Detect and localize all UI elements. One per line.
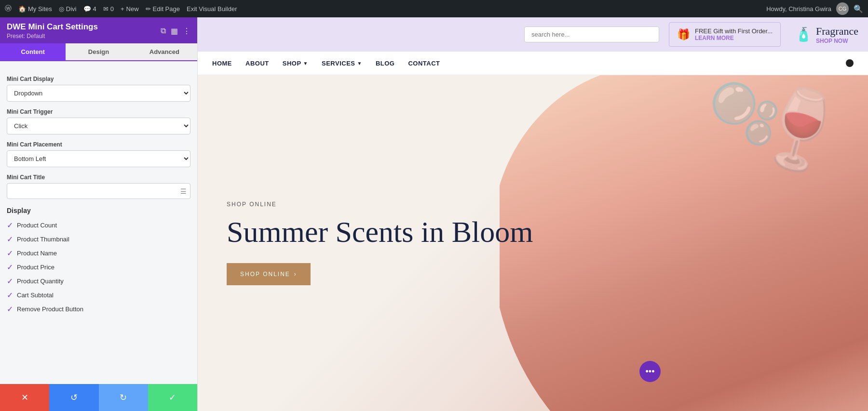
sidebar-tabs: Content Design Advanced <box>0 43 197 61</box>
nav-services[interactable]: SERVICES ▼ <box>322 60 362 67</box>
hero-content: SHOP ONLINE Summer Scents in Bloom SHOP … <box>198 182 562 304</box>
promo-learn-more[interactable]: LEARN MORE <box>695 35 773 41</box>
redo-button[interactable]: ↻ <box>99 384 148 411</box>
sidebar-header-icons: ⧉ ▦ ⋮ <box>161 27 190 36</box>
admin-bar: ⓦ 🏠 My Sites ◎ Divi 💬 4 ✉ 0 + New ✏ Edit… <box>0 0 868 17</box>
sidebar: DWE Mini Cart Settings Preset: Default ⧉… <box>0 17 198 411</box>
mini-cart-placement-label: Mini Cart Placement <box>7 141 190 148</box>
label-product-quantity: Product Quantity <box>17 278 64 285</box>
nav-links: HOME ABOUT SHOP ▼ SERVICES ▼ BLOG CONTAC… <box>212 60 440 67</box>
label-cart-subtotal: Cart Subtotal <box>17 292 54 299</box>
home-icon: 🏠 <box>18 5 26 13</box>
display-item-product-name: ✓ Product Name <box>7 246 190 260</box>
search-input[interactable] <box>524 27 659 42</box>
promo-text: FREE Gift with First Order... <box>695 27 773 35</box>
fragrance-shop-now[interactable]: SHOP NOW <box>816 38 858 44</box>
mini-cart-title-wrap: ☰ <box>7 183 190 199</box>
site-nav: HOME ABOUT SHOP ▼ SERVICES ▼ BLOG CONTAC… <box>198 52 868 75</box>
label-product-price: Product Price <box>17 264 54 271</box>
shop-online-button[interactable]: SHOP ONLINE › <box>227 263 311 285</box>
sidebar-title: DWE Mini Cart Settings <box>7 22 98 32</box>
display-item-product-count: ✓ Product Count <box>7 218 190 232</box>
mini-cart-display-label: Mini Cart Display <box>7 76 190 82</box>
label-product-name: Product Name <box>17 250 57 257</box>
float-menu-button[interactable]: ••• <box>639 361 661 382</box>
my-sites-link[interactable]: 🏠 My Sites <box>18 5 52 13</box>
promo-banner: 🎁 FREE Gift with First Order... LEARN MO… <box>669 22 781 47</box>
user-label: Howdy, Christina Gwira <box>766 5 831 13</box>
sidebar-preset[interactable]: Preset: Default <box>7 33 98 40</box>
label-remove-product: Remove Product Button <box>17 305 83 313</box>
sidebar-header-left: DWE Mini Cart Settings Preset: Default <box>7 22 98 40</box>
mini-cart-placement-select[interactable]: Bottom Left Bottom Right Top Left Top Ri… <box>7 150 190 167</box>
hero-section: SHOP ONLINE Summer Scents in Bloom SHOP … <box>198 75 868 411</box>
hero-tag: SHOP ONLINE <box>227 201 533 208</box>
promo-text-wrap: FREE Gift with First Order... LEARN MORE <box>695 27 773 41</box>
tab-content[interactable]: Content <box>0 43 66 60</box>
nav-about[interactable]: ABOUT <box>245 60 269 67</box>
messages-link[interactable]: ✉ 0 <box>103 5 114 13</box>
more-icon[interactable]: ⋮ <box>183 27 190 36</box>
check-product-name[interactable]: ✓ <box>7 249 13 258</box>
mini-cart-trigger-select[interactable]: Click Hover <box>7 118 190 134</box>
cart-icon[interactable] <box>846 59 854 67</box>
input-icon: ☰ <box>180 187 187 195</box>
preview-area: 🎁 FREE Gift with First Order... LEARN MO… <box>198 17 868 411</box>
site-header: 🎁 FREE Gift with First Order... LEARN MO… <box>198 17 868 75</box>
search-icon[interactable]: 🔍 <box>854 4 863 13</box>
nav-contact[interactable]: CONTACT <box>408 60 440 67</box>
mini-cart-trigger-label: Mini Cart Trigger <box>7 108 190 115</box>
nav-home[interactable]: HOME <box>212 60 232 67</box>
mini-cart-title-input[interactable] <box>7 183 190 199</box>
services-dropdown-icon: ▼ <box>357 61 362 66</box>
label-product-thumbnail: Product Thumbnail <box>17 236 69 243</box>
display-item-remove-product: ✓ Remove Product Button <box>7 302 190 316</box>
cancel-button[interactable]: ✕ <box>0 384 49 411</box>
wp-icon[interactable]: ⓦ <box>5 4 12 13</box>
comments-link[interactable]: 💬 4 <box>83 5 96 13</box>
check-cart-subtotal[interactable]: ✓ <box>7 291 13 300</box>
sidebar-header: DWE Mini Cart Settings Preset: Default ⧉… <box>0 17 197 43</box>
sidebar-actions: ✕ ↺ ↻ ✓ <box>0 384 197 411</box>
avatar: CG <box>836 2 849 15</box>
undo-button[interactable]: ↺ <box>49 384 98 411</box>
fragrance-title: Fragrance <box>816 25 858 38</box>
check-product-price[interactable]: ✓ <box>7 263 13 272</box>
nav-blog[interactable]: BLOG <box>376 60 395 67</box>
check-product-count[interactable]: ✓ <box>7 221 13 230</box>
dots-icon: ••• <box>646 367 655 377</box>
edit-page-link[interactable]: ✏ Edit Page <box>146 5 180 13</box>
hero-title: Summer Scents in Bloom <box>227 215 533 248</box>
plus-icon: + <box>121 5 124 13</box>
mini-cart-display-select[interactable]: Dropdown Sidebar Modal <box>7 85 190 102</box>
display-section-label: Display <box>7 207 190 214</box>
exit-visual-builder-link[interactable]: Exit Visual Builder <box>187 5 237 13</box>
shop-dropdown-icon: ▼ <box>303 61 308 66</box>
divi-link[interactable]: ◎ Divi <box>59 5 77 13</box>
display-item-product-price: ✓ Product Price <box>7 260 190 274</box>
nav-cart-area <box>846 59 854 67</box>
gift-icon: 🎁 <box>677 28 690 41</box>
check-remove-product[interactable]: ✓ <box>7 305 13 314</box>
check-product-thumbnail[interactable]: ✓ <box>7 235 13 244</box>
save-button[interactable]: ✓ <box>148 384 197 411</box>
message-icon: ✉ <box>103 5 108 13</box>
main-layout: DWE Mini Cart Settings Preset: Default ⧉… <box>0 17 868 411</box>
hero-bottle-decoration: 🫧 <box>709 80 781 148</box>
check-product-quantity[interactable]: ✓ <box>7 277 13 286</box>
edit-icon: ✏ <box>146 5 151 13</box>
tab-design[interactable]: Design <box>66 43 131 60</box>
columns-icon[interactable]: ▦ <box>171 27 178 36</box>
fragrance-bottle-icon: 🧴 <box>795 27 812 42</box>
sidebar-body: Mini Cart Display Dropdown Sidebar Modal… <box>0 61 197 384</box>
new-link[interactable]: + New <box>121 5 139 13</box>
display-item-product-thumbnail: ✓ Product Thumbnail <box>7 232 190 246</box>
admin-bar-right: Howdy, Christina Gwira CG 🔍 <box>766 2 863 15</box>
arrow-icon: › <box>294 271 297 278</box>
comment-icon: 💬 <box>83 5 91 13</box>
nav-shop[interactable]: SHOP ▼ <box>283 60 308 67</box>
fragrance-promo: 🧴 Fragrance SHOP NOW <box>795 25 858 44</box>
tab-advanced[interactable]: Advanced <box>132 43 197 60</box>
label-product-count: Product Count <box>17 222 57 229</box>
window-icon[interactable]: ⧉ <box>161 27 166 36</box>
